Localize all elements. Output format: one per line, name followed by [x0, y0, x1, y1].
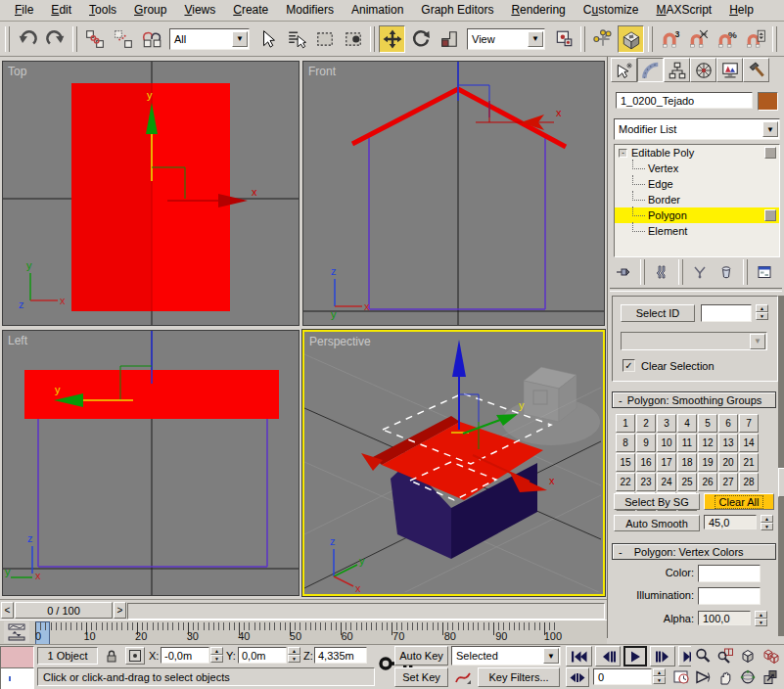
sg-button[interactable]: 6 [718, 414, 738, 433]
house-wireframe-front[interactable] [369, 138, 545, 309]
toolbar-grip[interactable] [72, 26, 77, 52]
perspective-viewport-canvas[interactable]: y x z y x [304, 332, 601, 592]
arc-rotate-button[interactable] [736, 666, 759, 688]
rollout-collapse-icon[interactable]: - [619, 546, 623, 558]
percent-snap-toggle-button[interactable]: % [714, 25, 740, 53]
sg-button[interactable]: 11 [677, 434, 697, 452]
sg-button[interactable]: 8 [616, 434, 635, 452]
auto-key-button[interactable]: Auto Key [394, 646, 448, 666]
top-viewport-canvas[interactable]: y x y x z [3, 62, 299, 325]
auto-smooth-button[interactable]: Auto Smooth [614, 515, 700, 531]
sg-button[interactable]: 3 [657, 414, 676, 433]
sg-button[interactable]: 24 [657, 473, 676, 491]
toolbar-grip[interactable] [772, 26, 777, 52]
spinner-down-icon[interactable]: ▼ [756, 312, 768, 320]
snaps-toggle-button[interactable] [618, 25, 644, 53]
menu-item[interactable]: Tools [80, 1, 125, 20]
dropdown-arrow-icon[interactable]: ▼ [528, 31, 543, 47]
dropdown-arrow-icon[interactable]: ▼ [762, 121, 778, 137]
illumination-swatch[interactable] [698, 587, 761, 605]
sg-button[interactable]: 22 [616, 473, 635, 491]
current-frame-field[interactable]: 0 [593, 668, 652, 685]
sg-button[interactable]: 17 [657, 453, 676, 472]
select-and-manipulate-button[interactable] [589, 25, 616, 53]
use-pivot-center-button[interactable] [550, 25, 576, 53]
menu-item[interactable]: Views [175, 1, 224, 20]
maxscript-mini-listener-white[interactable] [0, 667, 34, 689]
gizmo-z-arrowhead[interactable] [452, 340, 466, 377]
min-max-toggle-button[interactable] [759, 666, 781, 688]
menu-item[interactable]: Rendering [502, 1, 574, 20]
clear-selection-checkbox[interactable]: ✓ [623, 359, 635, 372]
viewport-left[interactable]: Left y z y x [2, 330, 300, 596]
play-animation-button[interactable] [623, 646, 647, 666]
time-slider-handle[interactable]: 0 / 100 [15, 602, 113, 619]
menu-item[interactable]: Graph Editors [412, 1, 502, 20]
sg-button[interactable]: 26 [698, 473, 717, 491]
menu-item[interactable]: File [6, 1, 42, 20]
select-object-button[interactable] [254, 25, 281, 53]
unlink-selection-button[interactable] [110, 25, 136, 53]
dropdown-arrow-icon[interactable]: ▼ [232, 31, 248, 47]
sg-button[interactable]: 12 [698, 434, 717, 452]
select-and-link-button[interactable] [81, 25, 108, 53]
object-color-swatch[interactable] [758, 92, 778, 111]
selected-roof-front[interactable] [352, 89, 566, 147]
selection-filter-dropdown[interactable]: All ▼ [169, 28, 250, 50]
auto-smooth-spinner[interactable]: ▲▼ [761, 515, 773, 530]
toolbar-grip[interactable] [648, 26, 653, 52]
select-id-spinner[interactable]: ▲▼ [756, 304, 768, 322]
dropdown-arrow-icon[interactable]: ▼ [543, 648, 559, 664]
select-and-scale-button[interactable] [436, 25, 462, 53]
menu-item[interactable]: Edit [42, 1, 80, 20]
sg-button[interactable]: 27 [718, 473, 738, 491]
undo-button[interactable] [14, 25, 40, 53]
spinner-down-icon[interactable]: ▼ [288, 655, 300, 663]
sg-button[interactable]: 13 [718, 434, 738, 452]
y-coord-spinner[interactable]: ▲▼ [288, 647, 300, 663]
set-key-button[interactable]: Set Key [394, 667, 448, 687]
pan-button[interactable] [714, 666, 736, 688]
viewport-left-label[interactable]: Left [8, 334, 27, 347]
stack-item-edge[interactable]: Edge [615, 176, 779, 192]
sg-button[interactable]: 19 [698, 453, 717, 472]
menu-item[interactable]: Animation [343, 1, 412, 20]
spinner-up-icon[interactable]: ▲ [653, 668, 666, 676]
selection-lock-toggle[interactable] [102, 647, 121, 665]
left-viewport-canvas[interactable]: y z y x [3, 331, 299, 595]
bind-to-spacewarp-button[interactable] [138, 25, 164, 53]
field-of-view-button[interactable] [691, 666, 714, 688]
spinner-up-icon[interactable]: ▲ [288, 647, 300, 655]
frame-spinner[interactable]: ▲▼ [653, 668, 666, 684]
spinner-up-icon[interactable]: ▲ [755, 611, 767, 619]
panel-scrollbar-thumb[interactable] [778, 468, 784, 497]
panel-scrollbar[interactable] [778, 296, 784, 636]
sg-button[interactable]: 16 [636, 453, 656, 472]
stack-item-editable-poly[interactable]: - Editable Poly [615, 145, 779, 161]
show-end-result-button[interactable] [650, 262, 673, 282]
default-in-out-tangents-button[interactable] [451, 667, 474, 687]
select-and-move-button[interactable] [379, 25, 405, 53]
spinner-snap-toggle-button[interactable] [742, 25, 768, 53]
menu-item[interactable]: Group [125, 1, 175, 20]
spinner-down-icon[interactable]: ▼ [755, 619, 767, 626]
key-mode-toggle-button[interactable] [566, 667, 589, 687]
sg-button[interactable]: 9 [636, 434, 656, 452]
y-coord-field[interactable]: 0,0m [238, 647, 287, 664]
next-frame-button[interactable] [650, 646, 675, 666]
tab-display[interactable] [716, 58, 743, 82]
viewport-perspective-label[interactable]: Perspective [309, 335, 371, 348]
spinner-up-icon[interactable]: ▲ [761, 515, 773, 523]
tab-utilities[interactable] [743, 58, 769, 82]
select-and-rotate-button[interactable] [407, 25, 434, 53]
maxscript-mini-listener-pink[interactable] [0, 646, 34, 668]
menu-item[interactable]: Modifiers [277, 1, 343, 20]
go-to-start-button[interactable] [566, 646, 592, 666]
time-slider-prev-button[interactable]: < [1, 602, 14, 619]
reference-coordinate-dropdown[interactable]: View ▼ [467, 28, 545, 50]
menu-item[interactable]: MAXScript [648, 1, 721, 20]
viewport-front[interactable]: Front x z x y [302, 61, 605, 326]
time-slider-track[interactable] [127, 603, 605, 620]
tab-create[interactable] [611, 58, 637, 82]
rectangular-selection-region-button[interactable] [311, 25, 338, 53]
